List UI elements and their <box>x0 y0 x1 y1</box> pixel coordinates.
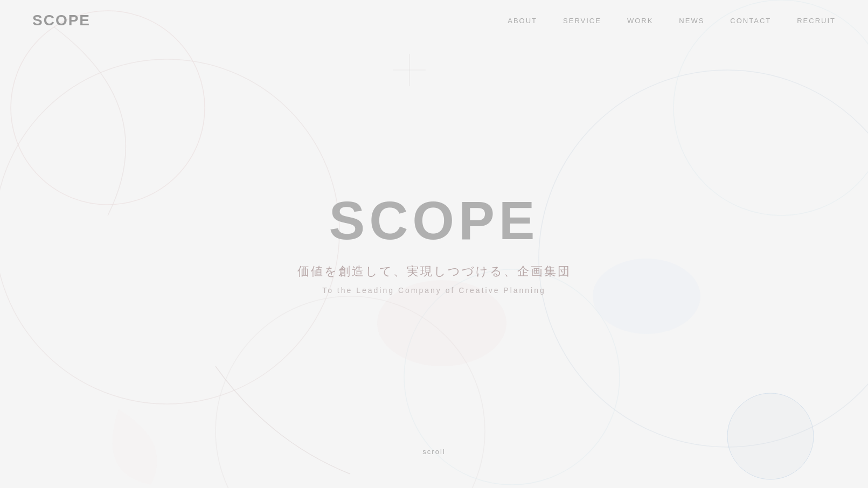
nav-about[interactable]: ABOUT <box>508 17 537 25</box>
nav-service[interactable]: SERVICE <box>563 17 601 25</box>
scroll-indicator: scroll <box>422 448 445 456</box>
main-nav: ABOUT SERVICE WORK NEWS CONTACT RECRUIT <box>508 17 836 25</box>
nav-work[interactable]: WORK <box>627 17 653 25</box>
nav-news[interactable]: NEWS <box>679 17 704 25</box>
header: SCOPE ABOUT SERVICE WORK NEWS CONTACT RE… <box>0 0 868 41</box>
hero-subtitle-english: To the Leading Company of Creative Plann… <box>322 286 546 295</box>
site-logo[interactable]: SCOPE <box>32 12 91 29</box>
hero-section: SCOPE 価値を創造して、実現しつづける、企画集団 To the Leadin… <box>0 0 868 488</box>
nav-contact[interactable]: CONTACT <box>730 17 771 25</box>
hero-subtitle-japanese: 価値を創造して、実現しつづける、企画集団 <box>297 263 571 280</box>
scroll-label: scroll <box>422 448 445 456</box>
hero-title: SCOPE <box>329 193 539 247</box>
nav-recruit[interactable]: RECRUIT <box>797 17 836 25</box>
